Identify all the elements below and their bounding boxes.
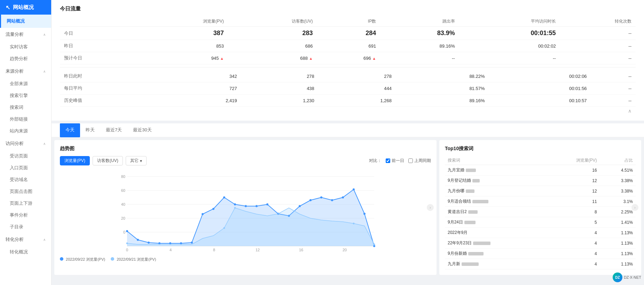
chart-btn-pv[interactable]: 浏览量(PV) — [60, 156, 90, 165]
row-pv-yesterday: 853 — [140, 40, 228, 52]
top10-pv-cell: 12 — [545, 176, 599, 186]
sidebar-item-realtime[interactable]: 实时访客 — [0, 41, 51, 53]
sidebar-item-overview[interactable]: 网站概况 — [0, 15, 51, 28]
keyword-text: 九月宜婚 — [448, 168, 464, 172]
chevron-up-icon4: ∧ — [43, 238, 46, 242]
chevron-up-icon2: ∧ — [43, 70, 46, 73]
top10-ratio-cell: 1.13% — [600, 228, 636, 238]
svg-text:0: 0 — [126, 248, 128, 252]
tabs-bar: 今天 昨天 最近7天 最近30天 — [52, 123, 644, 137]
svg-text:80: 80 — [121, 174, 125, 179]
sidebar-group-conversion[interactable]: 转化分析 ∧ — [0, 233, 51, 246]
keyword-blur-bar — [472, 200, 488, 203]
top10-col-keyword: 搜索词 — [445, 156, 545, 165]
chart-svg-wrapper: 80 60 40 20 0 0 4 8 12 16 20 — [60, 170, 431, 254]
svg-text:12: 12 — [256, 248, 260, 252]
top10-pv-cell: 4 — [545, 238, 599, 249]
top10-row: 9月适合领结113.1% — [445, 196, 636, 207]
sidebar-item-heatmap[interactable]: 页面点击图 — [0, 186, 51, 197]
top10-row: 9月24日51.41% — [445, 217, 636, 228]
row-uv-predicted: 688 ▲ — [228, 52, 317, 64]
row-convert-today: -- — [560, 27, 636, 40]
top10-keyword-cell: 九月份哪 — [445, 186, 545, 196]
sidebar-item-searchengine[interactable]: 搜索引擎 — [0, 90, 51, 101]
top10-pv-cell: 16 — [545, 165, 599, 176]
svg-point-44 — [223, 227, 225, 229]
svg-point-34 — [299, 205, 301, 207]
main-content: 今日流量 浏览量(PV) 访客数(UV) IP数 跳出率 平均访问时长 转化次数… — [52, 0, 644, 285]
top10-row: 22年9月23日41.13% — [445, 238, 636, 249]
svg-text:60: 60 — [121, 188, 125, 193]
compare-prev-day[interactable]: 前一日 — [386, 158, 404, 164]
top10-nav-arrow[interactable]: › — [631, 204, 638, 211]
top10-card: Top10搜索词 搜索词 浏览量(PV) 占比 九月宜婚164.51%9月登记结… — [439, 140, 641, 275]
svg-point-26 — [212, 208, 214, 210]
sidebar-item-trend[interactable]: 趋势分析 — [0, 53, 51, 65]
row-uv-today: 283 — [228, 27, 317, 40]
sidebar-item-flow[interactable]: 页面上下游 — [0, 197, 51, 209]
sidebar-item-events[interactable]: 事件分析 — [0, 209, 51, 221]
row-ip-today: 284 — [317, 27, 380, 40]
row-duration-yesterday: 00:02:02 — [459, 40, 560, 52]
chart-btn-other[interactable]: 其它 ▾ — [126, 156, 147, 165]
sidebar-item-conversion[interactable]: 转化概况 — [0, 246, 51, 258]
keyword-blur-bar — [468, 210, 478, 214]
keyword-blur-bar — [472, 179, 480, 182]
sidebar-item-subdir[interactable]: 子目录 — [0, 221, 51, 233]
col-bounce: 跳出率 — [380, 16, 459, 27]
sidebar-item-keywords[interactable]: 搜索词 — [0, 101, 51, 113]
chart-nav-arrow[interactable]: › — [427, 204, 434, 211]
sidebar-item-domain[interactable]: 受访域名 — [0, 174, 51, 186]
tab-30days[interactable]: 最近30天 — [127, 123, 157, 137]
keyword-text: 9月适合领结 — [448, 199, 471, 204]
sidebar-item-internal[interactable]: 站内来源 — [0, 125, 51, 137]
checkbox-prev-week[interactable] — [408, 158, 413, 163]
top10-table: 搜索词 浏览量(PV) 占比 九月宜婚164.51%9月登记结婚123.38%九… — [445, 156, 636, 269]
dropdown-icon: ▾ — [140, 158, 142, 163]
sidebar-item-pages[interactable]: 受访页面 — [0, 150, 51, 162]
sidebar-group-source[interactable]: 来源分析 ∧ — [0, 65, 51, 78]
row-uv-yesterday: 686 — [228, 40, 317, 52]
compare-prev-week[interactable]: 上周同期 — [408, 158, 431, 164]
svg-point-47 — [374, 244, 375, 245]
top10-ratio-cell: 3.38% — [600, 186, 636, 196]
table-row: 昨日 853 686 691 89.16% 00:02:02 -- — [60, 40, 636, 52]
row-label-peak: 历史峰值 — [60, 95, 164, 107]
sidebar-item-allsource[interactable]: 全部来源 — [0, 78, 51, 90]
row-convert-yesterday: -- — [560, 40, 636, 52]
keyword-text: 9月24日 — [448, 220, 463, 225]
sidebar-item-entry[interactable]: 入口页面 — [0, 162, 51, 174]
col-uv: 访客数(UV) — [228, 16, 317, 27]
svg-point-39 — [353, 188, 355, 190]
svg-point-36 — [320, 196, 322, 198]
chart-btn-uv[interactable]: 访客数(UV) — [93, 156, 123, 165]
tab-today[interactable]: 今天 — [60, 123, 80, 137]
tab-yesterday[interactable]: 昨天 — [80, 123, 100, 137]
keyword-text: 九月份哪 — [448, 188, 464, 193]
legend-dot-solid — [60, 257, 63, 261]
watermark-text: DZ·X·NET — [624, 275, 641, 279]
sidebar-group-visit[interactable]: 访问分析 ∧ — [0, 137, 51, 150]
sidebar: ↖ 网站概况 网站概况 流量分析 ∧ 实时访客 趋势分析 来源分析 ∧ 全部来源… — [0, 0, 52, 285]
sidebar-item-external[interactable]: 外部链接 — [0, 113, 51, 125]
row-bounce-yesterday: 89.16% — [380, 40, 459, 52]
checkbox-prev-day[interactable] — [386, 158, 390, 163]
table-row: 今日 387 283 284 83.9% 00:01:55 -- — [60, 27, 636, 40]
keyword-blur-bar — [468, 252, 484, 255]
top10-col-ratio: 占比 — [600, 156, 636, 165]
top10-pv-cell: 4 — [545, 259, 599, 269]
top10-ratio-cell: 3.38% — [600, 176, 636, 186]
row-bounce-predicted: -- — [380, 52, 459, 64]
traffic-table: 浏览量(PV) 访客数(UV) IP数 跳出率 平均访问时长 转化次数 今日 3… — [60, 16, 636, 64]
svg-point-45 — [234, 207, 236, 209]
top10-pv-cell: 5 — [545, 217, 599, 228]
trend-chart-svg: 80 60 40 20 0 0 4 8 12 16 20 — [60, 170, 431, 253]
keyword-blur-bar — [464, 221, 476, 224]
tab-7days[interactable]: 最近7天 — [100, 123, 127, 137]
svg-point-29 — [245, 205, 247, 207]
row-pv-predicted: 945 ▲ — [140, 52, 228, 64]
svg-point-37 — [331, 199, 333, 201]
sidebar-group-traffic[interactable]: 流量分析 ∧ — [0, 28, 51, 41]
chevron-up-icon: ∧ — [43, 33, 46, 36]
collapse-button[interactable]: ∧ — [628, 108, 631, 114]
